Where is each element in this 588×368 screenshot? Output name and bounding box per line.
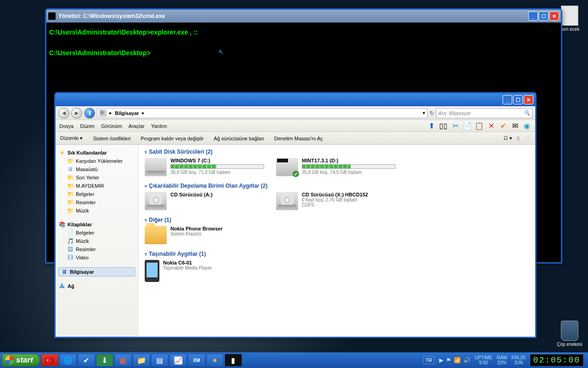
tray-flag-icon[interactable]: ⚑ [446,357,451,363]
view-mode-button[interactable]: ☷ ▾ [503,135,512,141]
drive-a[interactable]: CD Sürücüsü (A:) [145,192,264,210]
taskbar-xmplay[interactable]: XM [188,354,205,367]
category-portable-header[interactable]: Taşınabilir Aygıtlar (1) [145,251,529,257]
tray-network-icon[interactable]: 📶 [454,357,461,363]
sidebar-lib-documents[interactable]: 📄Belgeler [58,229,135,237]
close-button[interactable]: ✕ [549,12,559,21]
search-input[interactable]: Ara: Bilgisayar 🔍 [436,108,532,118]
libraries-icon: 📚 [58,221,66,228]
maximize-button[interactable]: ☐ [539,12,548,21]
tray-play-icon[interactable]: ▶ [439,357,443,363]
usage-bar [302,164,396,169]
drive-sub: 0 bayt boş, 2,76 GB toplam [302,197,396,202]
sidebar-item-recent[interactable]: 📁Son Yerler [58,173,135,182]
menu-tools[interactable]: Araçlar [129,123,145,129]
tray-volume-icon[interactable]: 🔊 [464,357,470,363]
folder-icon [145,226,167,244]
up-button[interactable]: ⬆ [84,108,95,119]
picture-icon: 🖼 [67,246,74,253]
menu-bar: Dosya Düzen Görünüm Araçlar Yardım ⬆ ▯▯ … [56,120,535,132]
preview-pane-button[interactable]: ▯ [517,135,520,141]
taskbar-app-3[interactable]: ⬇ [96,354,113,367]
organize-button[interactable]: Düzenle ▾ [60,135,83,141]
shell-icon[interactable]: ◉ [522,121,531,131]
cut-icon[interactable]: ✂ [451,121,460,131]
taskbar-app-2[interactable]: ✔ [78,354,95,367]
taskbar-app-7[interactable]: ● [206,354,224,367]
sidebar-item-pictures[interactable]: 📁Resimler [58,198,135,207]
menu-edit[interactable]: Düzen [80,123,95,129]
category-removable-header[interactable]: Çıkarılabilir Depolama Birimi Olan Aygıt… [145,183,529,189]
taskbar-flag[interactable]: 🇹🇷 [41,354,58,367]
up-icon[interactable]: ⬆ [427,121,436,131]
sidebar-item-downloads[interactable]: 📁Karşıdan Yüklemeler [58,157,135,165]
cmd-line: C:\Users\Administrator\Desktop>explorer.… [49,27,558,37]
help-button[interactable]: ❔ [524,135,531,141]
menu-file[interactable]: Dosya [59,123,74,129]
taskbar-explorer[interactable]: 📁 [133,354,150,367]
item-nokia-browser[interactable]: Nokia Phone Browser Sistem Klasörü [145,226,264,244]
menu-help[interactable]: Yardım [151,123,167,129]
clock[interactable]: 02:05:00 [530,354,583,366]
search-icon: 🔍 [524,110,530,116]
taskbar-app-5[interactable]: ▤ [151,354,169,367]
close-button[interactable]: ✕ [524,95,533,104]
cmd-titlebar[interactable]: Yönetici: C:\Windows\system32\cmd.exe _ … [46,10,561,23]
minimize-button[interactable]: _ [528,12,538,21]
cd-drive-icon [145,192,167,210]
sidebar-item-documents[interactable]: 📁Belgeler [58,190,135,198]
paste-icon[interactable]: 📋 [475,121,484,131]
recycle-bin-icon [561,321,578,341]
item-nokia-c6[interactable]: Nokia C6-01 Taşınabilir Media Player [145,260,264,282]
drive-name: MINT17.3.1 (D:) [302,158,396,163]
control-panel-button[interactable]: Denetim Masası'nı Aç [274,136,323,141]
breadcrumb[interactable]: 🖥 ▸ Bilgisayar ▸ ▾ [97,108,428,118]
drive-c[interactable]: WINDOWS 7 (C:) 36,8 GB boş, 71,8 GB topl… [145,158,264,176]
system-properties-button[interactable]: Sistem özellikleri [93,136,130,141]
copy-icon[interactable]: 📄 [463,121,472,131]
panel-icon[interactable]: ▯▯ [439,121,448,131]
taskbar-cmd[interactable]: ▮ [225,354,242,367]
drive-name: CD Sürücüsü (X:) HBCD152 [302,192,396,197]
maximize-button[interactable]: ☐ [513,95,523,104]
menu-view[interactable]: Görünüm [101,123,122,129]
sidebar-lib-music[interactable]: 🎵Müzik [58,237,135,245]
search-placeholder: Ara: Bilgisayar [438,110,471,116]
minimize-button[interactable]: _ [503,95,512,104]
category-other-header[interactable]: Diğer (1) [145,217,529,223]
category-hdd-header[interactable]: Sabit Disk Sürücüleri (2) [145,149,529,155]
explorer-titlebar[interactable]: _ ☐ ✕ [56,93,535,106]
sidebar-lib-videos[interactable]: 🎞Video [58,253,135,262]
sidebar-item-music[interactable]: 📁Müzik [58,207,135,215]
desktop-icon: 🖥 [67,166,74,172]
breadcrumb-item[interactable]: Bilgisayar [115,110,139,116]
forward-button[interactable]: ► [71,108,82,119]
drive-d[interactable]: MINT17.3.1 (D:) 35,8 GB boş, 74,5 GB top… [276,158,396,176]
sidebar-item-desktop[interactable]: 🖥Masaüstü [58,165,135,173]
sidebar-favorites-header[interactable]: ★Sık Kullanılanlar [58,149,135,157]
map-drive-button[interactable]: Ağ sürücüsüne bağlan [214,136,264,141]
desktop-icon-recycle[interactable]: Çöp enekesi [556,321,583,347]
cmd-icon [48,12,56,20]
sidebar-item-user[interactable]: 📁M.AYDEMIR [58,182,135,190]
taskbar-app-1[interactable]: 🌐 [59,354,77,367]
uninstall-program-button[interactable]: Program kaldır veya değiştir [141,136,204,141]
sidebar-computer[interactable]: 🖥Bilgisayar [58,267,135,276]
language-indicator[interactable]: TR [423,356,435,364]
star-icon: ★ [58,150,66,156]
start-button[interactable]: start [2,354,40,367]
drive-x[interactable]: CD Sürücüsü (X:) HBCD152 0 bayt boş, 2,7… [276,192,396,210]
taskbar-app-4[interactable]: ▦ [114,354,132,367]
cd-drive-icon [276,192,298,210]
check-icon[interactable]: ✔ [498,121,508,131]
back-button[interactable]: ◄ [58,108,69,119]
sidebar-network[interactable]: 🖧Ağ [58,282,135,290]
sidebar-libraries-header[interactable]: 📚Kitaplıklar [58,220,135,229]
mail-icon[interactable]: ✉ [510,121,520,131]
sidebar-lib-pictures[interactable]: 🖼Resimler [58,245,135,253]
refresh-button[interactable]: ↻ [430,110,434,116]
taskbar-app-6[interactable]: 📈 [170,354,187,367]
delete-icon[interactable]: ✕ [486,121,496,131]
folder-icon: 📁 [67,158,74,164]
hdd-icon [145,158,167,176]
